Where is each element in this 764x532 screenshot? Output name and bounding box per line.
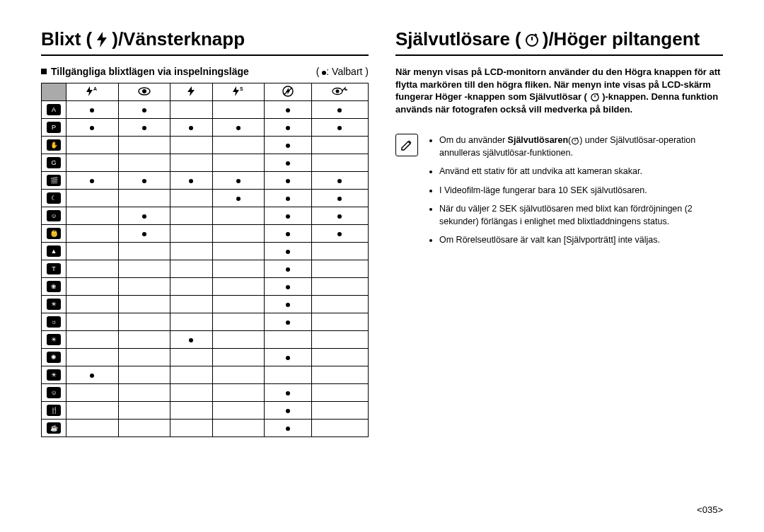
dot-icon	[286, 161, 290, 166]
row-scene: 🎬	[42, 172, 66, 190]
cell	[265, 154, 312, 172]
dot-icon	[337, 179, 342, 183]
cell	[66, 366, 119, 384]
text-mode-icon: T	[47, 263, 61, 274]
col-flash-off	[265, 83, 312, 101]
cell	[170, 296, 213, 313]
cell	[265, 313, 312, 331]
cell	[311, 101, 369, 119]
flash-slow-icon: S	[231, 89, 245, 99]
row-landscape: ▲	[42, 243, 66, 260]
cell	[265, 137, 312, 154]
intro-paragraph: När menyn visas på LCD-monitorn använder…	[395, 66, 723, 115]
dot-icon	[286, 197, 290, 201]
table-corner	[42, 83, 66, 101]
dot-icon	[286, 303, 290, 307]
flash-off-icon	[282, 89, 294, 99]
food-mode-icon: 🍴	[47, 405, 61, 416]
cell	[170, 402, 213, 420]
cell	[170, 119, 213, 137]
table-row: ✺	[42, 349, 369, 366]
cell	[118, 260, 170, 278]
row-dis: ✋	[42, 137, 66, 154]
table-row: A	[42, 101, 369, 119]
table-row: ☺	[42, 384, 369, 402]
cell	[311, 366, 369, 384]
table-row: ☾	[42, 190, 369, 207]
dot-icon	[286, 427, 290, 431]
cell	[265, 384, 312, 402]
row-text: T	[42, 260, 66, 278]
cell	[66, 172, 119, 190]
cell	[118, 420, 170, 437]
cell	[212, 402, 265, 420]
square-bullet-icon	[41, 69, 47, 74]
cell	[118, 278, 170, 296]
dot-icon	[236, 179, 241, 183]
cell	[311, 296, 369, 313]
closeup-mode-icon: ❀	[47, 281, 61, 292]
beach-mode-icon: ☀	[47, 369, 61, 381]
svg-point-12	[336, 89, 340, 93]
cell	[118, 137, 170, 154]
list-item: Använd ett stativ för att undvika att ka…	[439, 165, 723, 178]
cell	[311, 119, 369, 137]
cell	[170, 172, 213, 190]
svg-point-16	[591, 94, 598, 101]
cell	[66, 101, 119, 119]
cell	[170, 260, 213, 278]
table-row: ☀	[42, 296, 369, 313]
cell	[212, 137, 265, 154]
cell	[212, 278, 265, 296]
left-title-after: )/Vänsterknapp	[112, 28, 245, 50]
table-row: G	[42, 154, 369, 172]
cell	[118, 243, 170, 260]
cell	[311, 207, 369, 225]
cell	[66, 154, 119, 172]
dot-icon	[286, 214, 290, 219]
cell	[212, 260, 265, 278]
dot-icon	[286, 267, 290, 272]
dot-icon	[142, 214, 146, 219]
row-cafe: ☕	[42, 420, 66, 437]
cell	[311, 260, 369, 278]
right-title-before: Självutlösare (	[395, 28, 521, 50]
dot-icon	[337, 232, 342, 236]
dot-icon	[286, 320, 290, 325]
dot-icon	[337, 214, 342, 219]
svg-text:A: A	[93, 86, 97, 91]
dot-icon	[286, 179, 290, 183]
cell	[118, 331, 170, 349]
row-fireworks: ✺	[42, 349, 66, 366]
cell	[212, 154, 265, 172]
svg-marker-0	[97, 32, 107, 47]
dot-icon	[142, 108, 146, 112]
cell	[265, 190, 312, 207]
right-column: Självutlösare ( )/Höger piltangent När m…	[395, 28, 723, 511]
table-row: ✋	[42, 137, 369, 154]
svg-point-20	[572, 138, 579, 144]
cell	[118, 101, 170, 119]
cell	[66, 313, 119, 331]
left-title-before: Blixt (	[41, 28, 92, 50]
table-row: ❀	[42, 278, 369, 296]
cell	[212, 349, 265, 366]
cell	[212, 420, 265, 437]
cell	[170, 366, 213, 384]
cell	[66, 137, 119, 154]
redeye-fix-icon	[332, 89, 347, 99]
cell	[66, 331, 119, 349]
portrait-mode-icon: ☺	[47, 210, 61, 221]
cafe-mode-icon: ☕	[47, 422, 61, 434]
dot-icon	[337, 197, 342, 201]
dot-icon	[286, 144, 290, 148]
cell	[66, 420, 119, 437]
cell	[170, 349, 213, 366]
backlight-mode-icon: ☀	[47, 334, 61, 345]
row-sunset: ☀	[42, 296, 66, 313]
cell	[118, 119, 170, 137]
timer-icon	[571, 135, 579, 145]
cell	[265, 402, 312, 420]
dot-icon	[189, 179, 193, 183]
cell	[311, 331, 369, 349]
